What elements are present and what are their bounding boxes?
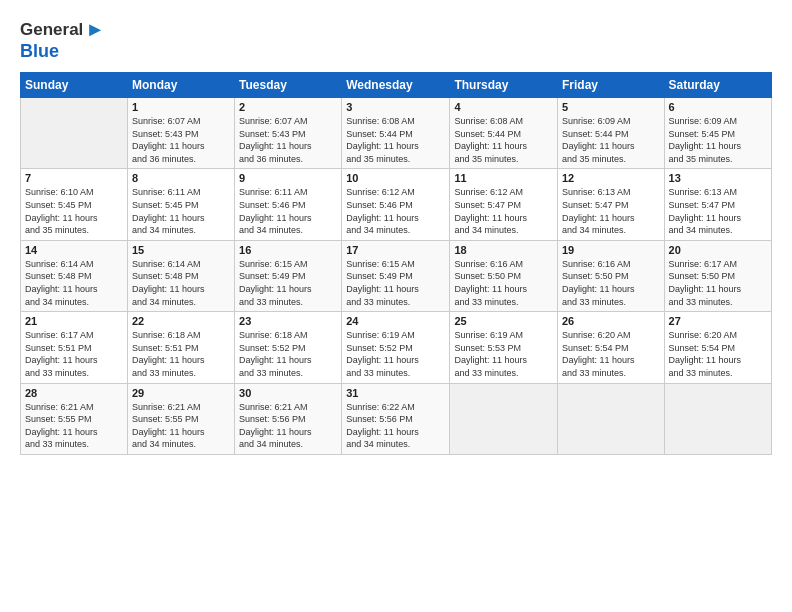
calendar-cell: 29Sunrise: 6:21 AM Sunset: 5:55 PM Dayli… [127, 383, 234, 454]
day-info: Sunrise: 6:14 AM Sunset: 5:48 PM Dayligh… [25, 258, 123, 308]
day-number: 8 [132, 172, 230, 184]
day-info: Sunrise: 6:08 AM Sunset: 5:44 PM Dayligh… [346, 115, 445, 165]
day-info: Sunrise: 6:17 AM Sunset: 5:50 PM Dayligh… [669, 258, 767, 308]
day-info: Sunrise: 6:18 AM Sunset: 5:51 PM Dayligh… [132, 329, 230, 379]
day-info: Sunrise: 6:16 AM Sunset: 5:50 PM Dayligh… [562, 258, 660, 308]
day-number: 21 [25, 315, 123, 327]
calendar-cell: 5Sunrise: 6:09 AM Sunset: 5:44 PM Daylig… [557, 98, 664, 169]
day-info: Sunrise: 6:07 AM Sunset: 5:43 PM Dayligh… [132, 115, 230, 165]
day-info: Sunrise: 6:15 AM Sunset: 5:49 PM Dayligh… [346, 258, 445, 308]
day-info: Sunrise: 6:10 AM Sunset: 5:45 PM Dayligh… [25, 186, 123, 236]
day-number: 1 [132, 101, 230, 113]
week-row-1: 1Sunrise: 6:07 AM Sunset: 5:43 PM Daylig… [21, 98, 772, 169]
calendar-cell [664, 383, 771, 454]
weekday-header-tuesday: Tuesday [235, 73, 342, 98]
calendar-cell: 2Sunrise: 6:07 AM Sunset: 5:43 PM Daylig… [235, 98, 342, 169]
day-number: 10 [346, 172, 445, 184]
day-number: 11 [454, 172, 553, 184]
calendar-cell: 25Sunrise: 6:19 AM Sunset: 5:53 PM Dayli… [450, 312, 558, 383]
day-number: 15 [132, 244, 230, 256]
day-number: 12 [562, 172, 660, 184]
calendar-cell: 12Sunrise: 6:13 AM Sunset: 5:47 PM Dayli… [557, 169, 664, 240]
day-info: Sunrise: 6:11 AM Sunset: 5:45 PM Dayligh… [132, 186, 230, 236]
day-info: Sunrise: 6:14 AM Sunset: 5:48 PM Dayligh… [132, 258, 230, 308]
day-number: 28 [25, 387, 123, 399]
day-info: Sunrise: 6:12 AM Sunset: 5:46 PM Dayligh… [346, 186, 445, 236]
week-row-2: 7Sunrise: 6:10 AM Sunset: 5:45 PM Daylig… [21, 169, 772, 240]
day-number: 13 [669, 172, 767, 184]
day-number: 6 [669, 101, 767, 113]
calendar-cell: 21Sunrise: 6:17 AM Sunset: 5:51 PM Dayli… [21, 312, 128, 383]
calendar-cell: 3Sunrise: 6:08 AM Sunset: 5:44 PM Daylig… [342, 98, 450, 169]
day-number: 23 [239, 315, 337, 327]
weekday-header-sunday: Sunday [21, 73, 128, 98]
calendar-cell: 31Sunrise: 6:22 AM Sunset: 5:56 PM Dayli… [342, 383, 450, 454]
calendar-cell: 22Sunrise: 6:18 AM Sunset: 5:51 PM Dayli… [127, 312, 234, 383]
day-info: Sunrise: 6:19 AM Sunset: 5:52 PM Dayligh… [346, 329, 445, 379]
day-info: Sunrise: 6:22 AM Sunset: 5:56 PM Dayligh… [346, 401, 445, 451]
week-row-4: 21Sunrise: 6:17 AM Sunset: 5:51 PM Dayli… [21, 312, 772, 383]
calendar-cell: 24Sunrise: 6:19 AM Sunset: 5:52 PM Dayli… [342, 312, 450, 383]
week-row-3: 14Sunrise: 6:14 AM Sunset: 5:48 PM Dayli… [21, 240, 772, 311]
logo-general: General [20, 20, 83, 40]
day-number: 2 [239, 101, 337, 113]
calendar-cell: 8Sunrise: 6:11 AM Sunset: 5:45 PM Daylig… [127, 169, 234, 240]
day-number: 7 [25, 172, 123, 184]
day-info: Sunrise: 6:16 AM Sunset: 5:50 PM Dayligh… [454, 258, 553, 308]
day-number: 30 [239, 387, 337, 399]
calendar-cell: 13Sunrise: 6:13 AM Sunset: 5:47 PM Dayli… [664, 169, 771, 240]
day-number: 18 [454, 244, 553, 256]
day-number: 5 [562, 101, 660, 113]
day-info: Sunrise: 6:15 AM Sunset: 5:49 PM Dayligh… [239, 258, 337, 308]
day-info: Sunrise: 6:12 AM Sunset: 5:47 PM Dayligh… [454, 186, 553, 236]
day-number: 9 [239, 172, 337, 184]
calendar-cell: 19Sunrise: 6:16 AM Sunset: 5:50 PM Dayli… [557, 240, 664, 311]
calendar-cell: 16Sunrise: 6:15 AM Sunset: 5:49 PM Dayli… [235, 240, 342, 311]
day-number: 16 [239, 244, 337, 256]
day-number: 22 [132, 315, 230, 327]
logo: General ► Blue [20, 18, 105, 62]
calendar-cell [450, 383, 558, 454]
weekday-header-monday: Monday [127, 73, 234, 98]
calendar-cell: 15Sunrise: 6:14 AM Sunset: 5:48 PM Dayli… [127, 240, 234, 311]
day-info: Sunrise: 6:08 AM Sunset: 5:44 PM Dayligh… [454, 115, 553, 165]
day-info: Sunrise: 6:11 AM Sunset: 5:46 PM Dayligh… [239, 186, 337, 236]
day-info: Sunrise: 6:21 AM Sunset: 5:55 PM Dayligh… [132, 401, 230, 451]
day-number: 19 [562, 244, 660, 256]
calendar-cell: 26Sunrise: 6:20 AM Sunset: 5:54 PM Dayli… [557, 312, 664, 383]
day-info: Sunrise: 6:09 AM Sunset: 5:45 PM Dayligh… [669, 115, 767, 165]
calendar: SundayMondayTuesdayWednesdayThursdayFrid… [20, 72, 772, 455]
day-info: Sunrise: 6:21 AM Sunset: 5:56 PM Dayligh… [239, 401, 337, 451]
calendar-cell: 7Sunrise: 6:10 AM Sunset: 5:45 PM Daylig… [21, 169, 128, 240]
day-number: 20 [669, 244, 767, 256]
calendar-cell [21, 98, 128, 169]
day-number: 25 [454, 315, 553, 327]
day-number: 29 [132, 387, 230, 399]
day-number: 24 [346, 315, 445, 327]
week-row-5: 28Sunrise: 6:21 AM Sunset: 5:55 PM Dayli… [21, 383, 772, 454]
weekday-header-saturday: Saturday [664, 73, 771, 98]
day-info: Sunrise: 6:09 AM Sunset: 5:44 PM Dayligh… [562, 115, 660, 165]
weekday-header-friday: Friday [557, 73, 664, 98]
calendar-cell: 20Sunrise: 6:17 AM Sunset: 5:50 PM Dayli… [664, 240, 771, 311]
calendar-cell: 14Sunrise: 6:14 AM Sunset: 5:48 PM Dayli… [21, 240, 128, 311]
weekday-header-thursday: Thursday [450, 73, 558, 98]
day-info: Sunrise: 6:21 AM Sunset: 5:55 PM Dayligh… [25, 401, 123, 451]
day-info: Sunrise: 6:20 AM Sunset: 5:54 PM Dayligh… [669, 329, 767, 379]
day-number: 26 [562, 315, 660, 327]
day-number: 17 [346, 244, 445, 256]
calendar-cell: 9Sunrise: 6:11 AM Sunset: 5:46 PM Daylig… [235, 169, 342, 240]
day-number: 14 [25, 244, 123, 256]
logo-blue: Blue [20, 41, 59, 62]
day-info: Sunrise: 6:19 AM Sunset: 5:53 PM Dayligh… [454, 329, 553, 379]
day-number: 3 [346, 101, 445, 113]
calendar-cell [557, 383, 664, 454]
calendar-cell: 18Sunrise: 6:16 AM Sunset: 5:50 PM Dayli… [450, 240, 558, 311]
calendar-cell: 30Sunrise: 6:21 AM Sunset: 5:56 PM Dayli… [235, 383, 342, 454]
calendar-cell: 17Sunrise: 6:15 AM Sunset: 5:49 PM Dayli… [342, 240, 450, 311]
header: General ► Blue [20, 18, 772, 62]
day-info: Sunrise: 6:13 AM Sunset: 5:47 PM Dayligh… [669, 186, 767, 236]
day-info: Sunrise: 6:17 AM Sunset: 5:51 PM Dayligh… [25, 329, 123, 379]
calendar-cell: 11Sunrise: 6:12 AM Sunset: 5:47 PM Dayli… [450, 169, 558, 240]
day-number: 31 [346, 387, 445, 399]
